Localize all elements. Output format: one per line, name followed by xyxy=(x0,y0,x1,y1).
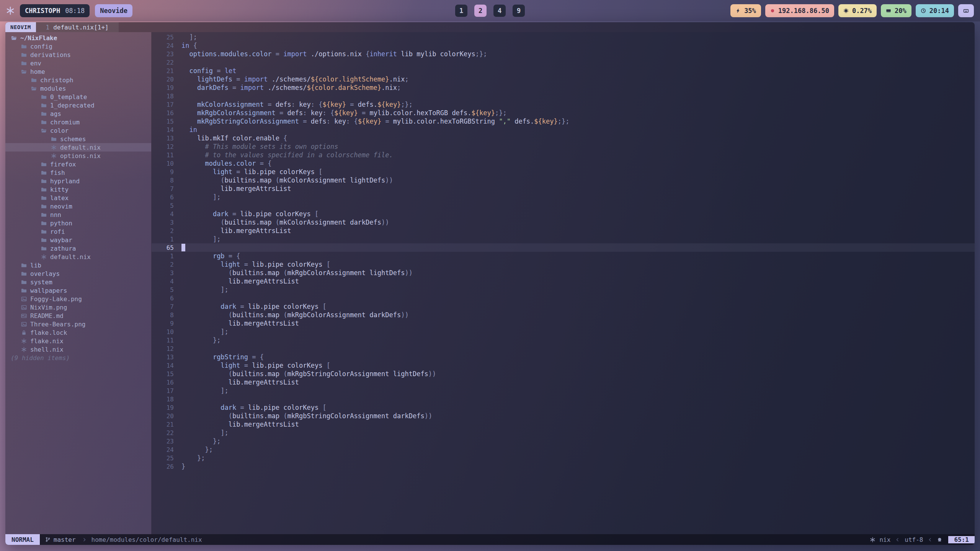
code-line[interactable]: 5 xyxy=(152,201,975,210)
tree-item-1-deprecated[interactable]: 1_deprecated xyxy=(5,101,151,109)
code-line[interactable]: 21 lib.mergeAttrsList xyxy=(152,420,975,429)
code-line[interactable]: 65 xyxy=(152,243,975,252)
code-line[interactable]: 19 dark = lib.pipe colorKeys [ xyxy=(152,403,975,412)
tree-item-flake-lock[interactable]: flake.lock xyxy=(5,328,151,337)
code-line[interactable]: 10 ]; xyxy=(152,328,975,336)
code-line[interactable]: 13 lib.mkIf color.enable { xyxy=(152,134,975,142)
code-line[interactable]: 23 }; xyxy=(152,437,975,445)
tree-item-zathura[interactable]: zathura xyxy=(5,244,151,253)
tree-item-nixvim-png[interactable]: NixVim.png xyxy=(5,303,151,311)
tree-item-default-nix[interactable]: default.nix xyxy=(5,253,151,261)
tree-item-chromium[interactable]: chromium xyxy=(5,118,151,126)
tree-item-ags[interactable]: ags xyxy=(5,109,151,118)
tree-item-neovim[interactable]: neovim xyxy=(5,202,151,210)
code-line[interactable]: 24in { xyxy=(152,41,975,50)
code-line[interactable]: 6 ]; xyxy=(152,193,975,201)
code-line[interactable]: 23 options.modules.color = import ./opti… xyxy=(152,50,975,58)
code-line[interactable]: 24 }; xyxy=(152,445,975,454)
code-line[interactable]: 10 modules.color = { xyxy=(152,159,975,168)
code-line[interactable]: 1 ]; xyxy=(152,235,975,243)
code-line[interactable]: 17 mkColorAssignment = defs: key: {${key… xyxy=(152,100,975,109)
tree-item-color[interactable]: color xyxy=(5,126,151,135)
code-line[interactable]: 4 lib.mergeAttrsList xyxy=(152,277,975,285)
tree-item-shell-nix[interactable]: shell.nix xyxy=(5,345,151,354)
workspace-4[interactable]: 4 xyxy=(493,5,506,17)
tree-item-latex[interactable]: latex xyxy=(5,194,151,202)
tree-item-foggy-lake-png[interactable]: Foggy-Lake.png xyxy=(5,295,151,303)
code-line[interactable]: 12 # This module sets its own options xyxy=(152,142,975,151)
code-line[interactable]: 20 (builtins.map (mkRgbStringColorAssign… xyxy=(152,412,975,420)
tree-item-flake-nix[interactable]: flake.nix xyxy=(5,337,151,345)
code-line[interactable]: 2 light = lib.pipe colorKeys [ xyxy=(152,260,975,269)
git-branch[interactable]: master xyxy=(40,534,81,545)
code-line[interactable]: 14 light = lib.pipe colorKeys [ xyxy=(152,361,975,370)
cpu-module[interactable]: 0.27% xyxy=(838,4,877,17)
code-line[interactable]: 8 (builtins.map (mkRgbColorAssignment da… xyxy=(152,311,975,319)
tree-item-rofi[interactable]: rofi xyxy=(5,227,151,236)
tree-item-schemes[interactable]: schemes xyxy=(5,135,151,143)
code-line[interactable]: 6 xyxy=(152,294,975,302)
code-line[interactable]: 9 lib.mergeAttrsList xyxy=(152,319,975,328)
tree-item--nixflake[interactable]: ~/NixFlake xyxy=(5,34,151,42)
code-line[interactable]: 14 in xyxy=(152,126,975,134)
code-line[interactable]: 15 mkRgbStringColorAssignment = defs: ke… xyxy=(152,117,975,126)
tree-item-home[interactable]: home xyxy=(5,67,151,76)
tree-item-derivations[interactable]: derivations xyxy=(5,51,151,59)
code-line[interactable]: 8 (builtins.map (mkColorAssignment light… xyxy=(152,176,975,184)
code-line[interactable]: 21 config = let xyxy=(152,67,975,75)
active-app-pill[interactable]: Neovide xyxy=(95,4,132,17)
code-line[interactable]: 3 (builtins.map (mkColorAssignment darkD… xyxy=(152,218,975,227)
tree-item-christoph[interactable]: christoph xyxy=(5,76,151,84)
tree-item-fish[interactable]: fish xyxy=(5,168,151,177)
code-line[interactable]: 16 mkRgbColorAssignment = defs: key: {${… xyxy=(152,109,975,117)
tree-item-nnn[interactable]: nnn xyxy=(5,210,151,219)
tree-item-firefox[interactable]: firefox xyxy=(5,160,151,168)
workspace-2[interactable]: 2 xyxy=(474,5,487,17)
tab-default-nix[interactable]: 1 default.nix[1+] xyxy=(36,22,119,32)
code-line[interactable]: 2 lib.mergeAttrsList xyxy=(152,227,975,235)
code-line[interactable]: 15 (builtins.map (mkRgbStringColorAssign… xyxy=(152,370,975,378)
memory-module[interactable]: 20% xyxy=(881,4,911,17)
tree-item-wallpapers[interactable]: wallpapers xyxy=(5,286,151,295)
code-line[interactable]: 12 xyxy=(152,344,975,353)
code-line[interactable]: 18 xyxy=(152,395,975,403)
code-line[interactable]: 4 dark = lib.pipe colorKeys [ xyxy=(152,210,975,218)
code-line[interactable]: 3 (builtins.map (mkRgbColorAssignment li… xyxy=(152,269,975,277)
tree-item-overlays[interactable]: overlays xyxy=(5,269,151,278)
code-line[interactable]: 22 xyxy=(152,58,975,67)
code-line[interactable]: 1 rgb = { xyxy=(152,252,975,260)
code-line[interactable]: 17 ]; xyxy=(152,386,975,395)
tree-item-system[interactable]: system xyxy=(5,278,151,286)
code-line[interactable]: 16 lib.mergeAttrsList xyxy=(152,378,975,386)
tree-item-config[interactable]: config xyxy=(5,42,151,51)
code-line[interactable]: 18 xyxy=(152,92,975,100)
workspace-9[interactable]: 9 xyxy=(513,5,525,17)
code-line[interactable]: 7 lib.mergeAttrsList xyxy=(152,184,975,193)
code-line[interactable]: 25 }; xyxy=(152,454,975,462)
tree-item-lib[interactable]: lib xyxy=(5,261,151,269)
code-line[interactable]: 19 darkDefs = import ./schemes/${color.d… xyxy=(152,83,975,92)
tree-item-waybar[interactable]: waybar xyxy=(5,236,151,244)
code-line[interactable]: 11 }; xyxy=(152,336,975,344)
battery-module[interactable]: 35% xyxy=(730,4,761,17)
code-line[interactable]: 26} xyxy=(152,462,975,471)
tree-item-default-nix[interactable]: default.nix xyxy=(5,143,151,152)
code-line[interactable]: 13 rgbString = { xyxy=(152,353,975,361)
code-line[interactable]: 7 dark = lib.pipe colorKeys [ xyxy=(152,302,975,311)
code-line[interactable]: 11 # to the values specified in a colors… xyxy=(152,151,975,159)
tree-item-modules[interactable]: modules xyxy=(5,84,151,93)
code-line[interactable]: 9 light = lib.pipe colorKeys [ xyxy=(152,168,975,176)
tree-item-readme-md[interactable]: README.md xyxy=(5,311,151,320)
tree-item-options-nix[interactable]: options.nix xyxy=(5,152,151,160)
tree-item-hyprland[interactable]: hyprland xyxy=(5,177,151,185)
tree-item-env[interactable]: env xyxy=(5,59,151,67)
code-line[interactable]: 25 ]; xyxy=(152,33,975,41)
user-clock-pill[interactable]: CHRISTOPH 08:18 xyxy=(20,4,90,17)
clock-module[interactable]: 20:14 xyxy=(916,4,954,17)
tree-item-three-bears-png[interactable]: Three-Bears.png xyxy=(5,320,151,328)
nix-logo-icon[interactable] xyxy=(6,7,15,15)
network-module[interactable]: 192.168.86.50 xyxy=(765,4,834,17)
code-line[interactable]: 5 ]; xyxy=(152,285,975,294)
tree-item-kitty[interactable]: kitty xyxy=(5,185,151,194)
workspace-1[interactable]: 1 xyxy=(455,5,467,17)
